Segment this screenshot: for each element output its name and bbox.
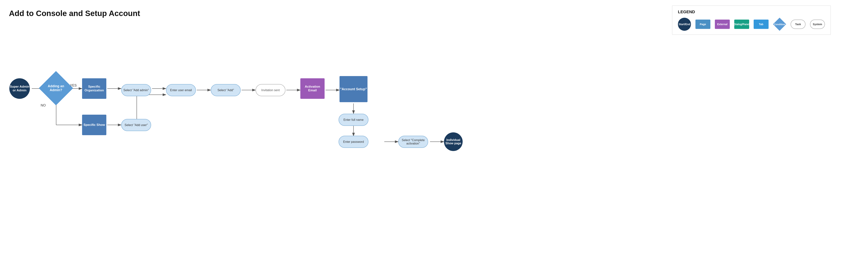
legend-external-shape: External (715, 20, 730, 29)
node-individual-show: Individual Show page (444, 132, 463, 151)
node-activation-email: Activation Email (300, 78, 324, 99)
node-invitation-sent: Invitation sent (255, 84, 285, 96)
legend-item-page: Page (695, 20, 710, 29)
node-enter-password: Enter password (339, 136, 368, 148)
node-enter-user-email: Enter user email (166, 84, 196, 96)
legend-startend-shape: Start/End (678, 18, 691, 31)
node-specific-show: Specific Show (82, 115, 106, 135)
legend-item-condition: Condition (773, 18, 786, 31)
node-super-admin: Super Admin or Admin (9, 78, 30, 99)
no-label: NO (41, 103, 46, 107)
legend-items: Start/End Page External Dialog/Panel Tab… (678, 18, 825, 31)
node-select-add: Select "Add" (211, 84, 241, 96)
node-enter-full-name: Enter full name (339, 114, 368, 126)
node-adding-admin: Adding an Admin? (44, 76, 68, 100)
node-select-add-user: Select "Add user" (121, 119, 151, 131)
legend-page-shape: Page (695, 20, 710, 29)
node-select-complete: Select "Complete activation" (398, 136, 428, 148)
node-adding-admin-label: Adding an Admin? (44, 76, 68, 100)
legend-item-external: External (715, 20, 730, 29)
legend-item-tab: Tab (754, 20, 769, 29)
yes-label: YES (70, 84, 77, 88)
node-select-add-admin: Select "Add admin" (121, 84, 151, 96)
legend-item-startend: Start/End (678, 18, 691, 31)
legend-dialog-shape: Dialog/Panel (734, 20, 749, 29)
legend-tab-shape: Tab (754, 20, 769, 29)
arrows-svg (0, 34, 868, 239)
node-account-setup: "Account Setup" (340, 76, 368, 102)
legend-condition-shape: Condition (773, 18, 786, 31)
legend-item-dialog: Dialog/Panel (734, 20, 749, 29)
flowchart: Super Admin or Admin Adding an Admin? YE… (0, 34, 868, 239)
legend-item-task: Task (790, 20, 806, 29)
legend-system-shape: System (810, 20, 825, 29)
legend-title: LEGEND (678, 9, 825, 14)
legend-item-system: System (810, 20, 825, 29)
node-specific-org: Specific Organization (82, 78, 106, 99)
legend-box: LEGEND Start/End Page External Dialog/Pa… (672, 6, 831, 35)
legend-task-shape: Task (790, 20, 806, 29)
page-title: Add to Console and Setup Account (9, 9, 140, 18)
